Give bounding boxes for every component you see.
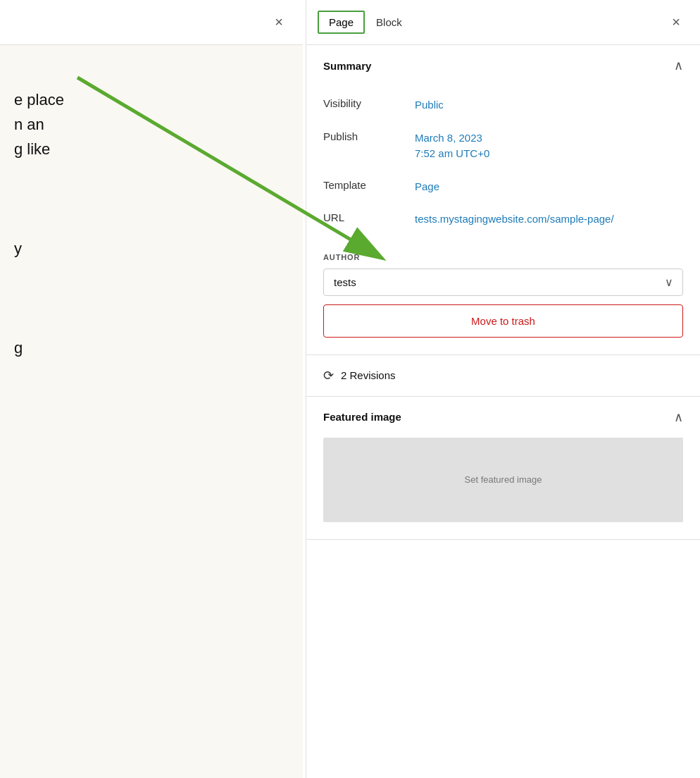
tab-page[interactable]: Page [318, 11, 365, 34]
revisions-section[interactable]: ⟳ 2 Revisions [306, 355, 700, 397]
left-panel: × e placen ang likeyg [0, 0, 303, 778]
featured-image-header[interactable]: Featured image ∧ [306, 397, 700, 438]
template-value[interactable]: Page [415, 179, 439, 195]
featured-image-chevron-icon: ∧ [674, 409, 683, 425]
tab-block[interactable]: Block [365, 0, 413, 45]
right-panel: Page Block × Summary ∧ Visibility Public… [306, 0, 700, 778]
summary-row-template: Template Page [323, 171, 683, 204]
page-body-text: e placen ang likeyg [14, 87, 289, 360]
url-value[interactable]: tests.mystagingwebsite.com/sample-page/ [415, 211, 614, 228]
summary-title: Summary [323, 60, 371, 72]
publish-label: Publish [323, 130, 415, 142]
featured-image-placeholder-text: Set featured image [465, 474, 542, 485]
summary-section: Summary ∧ Visibility Public Publish Marc… [306, 45, 700, 355]
template-label: Template [323, 179, 415, 191]
author-select[interactable]: tests [323, 268, 683, 296]
visibility-label: Visibility [323, 97, 415, 109]
url-label: URL [323, 211, 415, 223]
summary-row-url: URL tests.mystagingwebsite.com/sample-pa… [323, 203, 683, 236]
panel-close-button[interactable]: × [663, 10, 689, 35]
move-to-trash-button[interactable]: Move to trash [323, 304, 683, 338]
author-label: AUTHOR [323, 253, 683, 261]
summary-chevron-icon: ∧ [674, 58, 683, 73]
summary-row-visibility: Visibility Public [323, 89, 683, 122]
left-toolbar: × [0, 0, 303, 45]
revisions-label: 2 Revisions [341, 369, 396, 381]
featured-image-section: Featured image ∧ Set featured image [306, 397, 700, 540]
featured-image-placeholder[interactable]: Set featured image [323, 438, 683, 522]
featured-image-title: Featured image [323, 411, 401, 423]
publish-value[interactable]: March 8, 20237:52 am UTC+0 [415, 130, 489, 162]
revisions-icon: ⟳ [323, 368, 334, 383]
summary-row-publish: Publish March 8, 20237:52 am UTC+0 [323, 122, 683, 171]
panel-header: Page Block × [306, 0, 700, 45]
author-section: AUTHOR tests ∨ Move to trash [306, 253, 700, 354]
left-close-button[interactable]: × [266, 10, 292, 35]
left-content-area: e placen ang likeyg [0, 45, 303, 778]
author-select-wrapper: tests ∨ [323, 268, 683, 296]
summary-content: Visibility Public Publish March 8, 20237… [306, 86, 700, 253]
summary-section-header[interactable]: Summary ∧ [306, 45, 700, 86]
visibility-value[interactable]: Public [415, 97, 444, 113]
panel-body[interactable]: Summary ∧ Visibility Public Publish Marc… [306, 45, 700, 778]
